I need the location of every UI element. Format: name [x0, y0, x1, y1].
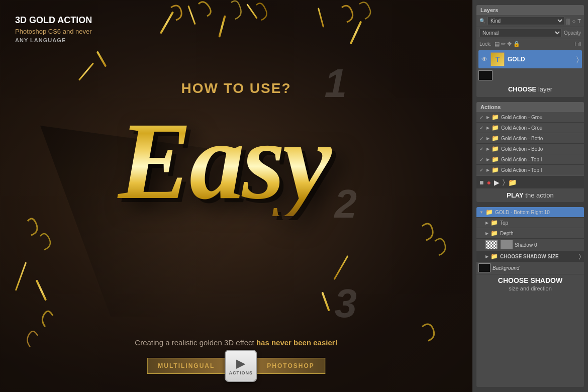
lock-transparent-icon[interactable]: ▤: [495, 41, 500, 47]
action-expand-3[interactable]: ▶: [486, 147, 489, 151]
lock-bar: Lock: ▤ ✏ ✥ 🔒 Fill: [476, 39, 584, 49]
play-label: PLAY the action: [476, 188, 584, 202]
bottom-text-highlight: has never been easier!: [256, 338, 338, 347]
detail-row-shadow[interactable]: Shadow 0: [476, 239, 584, 251]
action-check-4: ✓: [479, 157, 484, 162]
action-row-2[interactable]: ✓ ▶ 📁 Gold Action - Botto: [476, 133, 584, 144]
lock-position-icon[interactable]: ✥: [507, 41, 512, 47]
play-text: the action: [525, 191, 553, 199]
ribbon-3: [218, 15, 226, 38]
action-row-1[interactable]: ✓ ▶ 📁 Gold Action - Grou: [476, 123, 584, 133]
detail-name-top: Top: [500, 220, 581, 226]
detail-row-choose-shadow[interactable]: ▶ 📁 CHOOSE SHADOW SIZE 〉: [476, 251, 584, 262]
layers-detail-panel: ▼ 📁 GOLD - Bottom Right 10 ▶ 📁 Top ▶ 📁 D…: [476, 207, 584, 387]
action-check-0: ✓: [479, 115, 484, 120]
pixel-filter-icon[interactable]: ▒: [566, 18, 570, 24]
actions-badge: ▶ ACTIONS: [225, 350, 257, 382]
action-folder-2: 📁: [492, 135, 499, 142]
action-check-1: ✓: [479, 125, 484, 131]
action-expand-4[interactable]: ▶: [486, 157, 489, 162]
type-filter-icon[interactable]: T: [577, 18, 581, 24]
easy-text: Easy: [25, 106, 422, 216]
kind-select[interactable]: Kind: [487, 17, 564, 25]
detail-folder-depth: 📁: [491, 230, 498, 237]
ribbon-2: [187, 6, 195, 25]
layer-name: GOLD: [508, 56, 573, 63]
action-folder-5: 📁: [492, 166, 499, 173]
detail-row-top[interactable]: ▶ 📁 Top: [476, 218, 584, 228]
detail-tri-shadow[interactable]: ▶: [485, 254, 488, 259]
stop-button[interactable]: ■: [479, 178, 483, 186]
step-number-2: 2: [335, 181, 357, 227]
ribbon-5: [350, 21, 362, 44]
action-check-2: ✓: [479, 136, 484, 141]
action-row-3[interactable]: ✓ ▶ 📁 Gold Action - Botto: [476, 144, 584, 154]
lock-image-icon[interactable]: ✏: [501, 41, 506, 47]
how-to-use-heading: HOW TO USE?: [181, 80, 291, 96]
detail-row-depth[interactable]: ▶ 📁 Depth: [476, 228, 584, 239]
actions-icon: ▶: [236, 356, 245, 370]
detail-name-background: Background: [493, 265, 581, 271]
action-expand-2[interactable]: ▶: [486, 136, 489, 141]
opacity-label: Opacity: [564, 30, 581, 36]
new-action-button[interactable]: 📁: [508, 178, 517, 186]
action-expand-1[interactable]: ▶: [486, 126, 489, 130]
gold-layer-row[interactable]: 👁 T GOLD 〉: [478, 50, 582, 68]
action-name-4: Gold Action - Top I: [501, 157, 581, 162]
layers-panel: Layers 🔍 Kind ▒ ○ T Normal Opacity Lock:…: [476, 5, 584, 97]
play-button[interactable]: ▶: [494, 178, 500, 186]
choose-shadow-strong: CHOOSE SHADOW: [498, 276, 562, 284]
action-check-5: ✓: [479, 167, 484, 173]
action-name-3: Gold Action - Botto: [501, 146, 581, 152]
detail-name-choose-shadow: CHOOSE SHADOW SIZE: [500, 254, 577, 259]
detail-row-background[interactable]: Background: [476, 262, 584, 274]
choose-shadow-sub: size and direction: [476, 285, 584, 293]
action-folder-3: 📁: [492, 145, 499, 152]
ribbon-8: [36, 279, 47, 301]
detail-tri-depth[interactable]: ▶: [485, 231, 488, 236]
action-row-5[interactable]: ✓ ▶ 📁 Gold Action - Top I: [476, 165, 584, 175]
ribbon-6: [318, 8, 324, 27]
step-number-1: 1: [325, 60, 347, 107]
blend-bar: Normal Opacity: [476, 27, 584, 39]
product-subtitle: Photoshop CS6 and never: [15, 28, 92, 35]
layers-panel-header: Layers: [476, 5, 584, 15]
step-number-3: 3: [335, 280, 357, 327]
action-row-0[interactable]: ✓ ▶ 📁 Gold Action - Grou: [476, 112, 584, 123]
ribbon-4: [246, 4, 258, 19]
detail-active-name: GOLD - Bottom Right 10: [495, 210, 581, 215]
action-row-4[interactable]: ✓ ▶ 📁 Gold Action - Top I: [476, 154, 584, 165]
action-name-2: Gold Action - Botto: [501, 136, 581, 141]
record-button[interactable]: ●: [486, 178, 491, 186]
action-folder-1: 📁: [492, 124, 499, 131]
multilingual-badge: MULTILINGUAL: [147, 358, 225, 374]
action-check-3: ✓: [479, 146, 484, 152]
detail-active-row[interactable]: ▼ 📁 GOLD - Bottom Right 10: [476, 207, 584, 218]
actions-panel-header: Actions: [476, 102, 584, 112]
cursor-icon: 〉: [503, 178, 505, 186]
layer-visibility-icon[interactable]: 👁: [481, 56, 487, 63]
search-icon: 🔍: [479, 18, 485, 24]
action-name-5: Gold Action - Top I: [501, 167, 581, 173]
detail-expand-active[interactable]: ▼: [479, 210, 483, 215]
action-expand-5[interactable]: ▶: [486, 168, 489, 172]
detail-tri-top[interactable]: ▶: [485, 221, 488, 225]
language-info: ANY LANGUAGE: [15, 37, 92, 43]
layer-thumbnail: T: [491, 52, 505, 66]
lock-all-icon[interactable]: 🔒: [513, 41, 520, 47]
adjustment-filter-icon[interactable]: ○: [572, 18, 576, 24]
detail-folder-top: 📁: [491, 219, 498, 226]
action-name-1: Gold Action - Grou: [501, 125, 581, 131]
main-canvas: 3D GOLD ACTION Photoshop CS6 and never A…: [0, 0, 472, 392]
action-folder-0: 📁: [492, 114, 499, 121]
layer-black-thumb: [478, 70, 493, 80]
choose-layer-label: CHOOSE layer: [476, 81, 584, 97]
choose-text: layer: [538, 85, 552, 93]
fill-label: Fill: [574, 41, 581, 47]
shadow-thumb-mask: [501, 240, 513, 249]
background-thumb: [478, 263, 491, 272]
action-expand-0[interactable]: ▶: [486, 115, 489, 120]
product-title: 3D GOLD ACTION: [15, 15, 92, 26]
blend-mode-select[interactable]: Normal: [479, 29, 562, 37]
detail-folder-shadow: 📁: [491, 253, 498, 260]
